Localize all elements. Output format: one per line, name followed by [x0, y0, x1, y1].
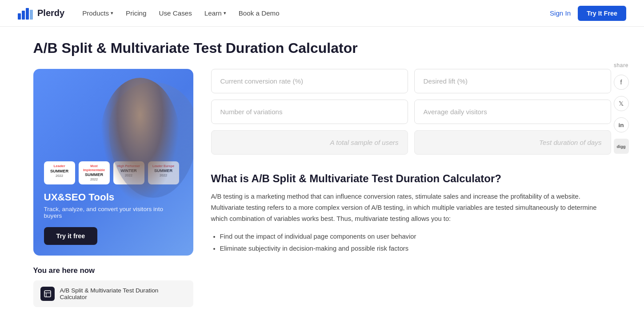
list-item: Eliminate subjectivity in decision-makin… [220, 243, 611, 254]
promo-try-free-button[interactable]: Try it free [44, 227, 98, 245]
promo-headline: UX&SEO Tools [44, 192, 183, 203]
list-item: Find out the impact of individual page c… [220, 231, 611, 242]
description-heading: What is A/B Split & Multivariate Test Du… [211, 172, 611, 185]
svg-rect-0 [18, 13, 21, 20]
desired-lift-input[interactable] [414, 69, 611, 93]
logo-icon [18, 7, 34, 20]
svg-rect-4 [44, 291, 51, 297]
share-sidebar: share f 𝕏 in digg [614, 62, 629, 154]
svg-rect-2 [26, 8, 29, 20]
total-sample-output: A total sample of users [211, 130, 408, 155]
description-paragraph: A/B testing is a marketing method that c… [211, 191, 611, 224]
logo-text: Plerdy [37, 8, 64, 18]
facebook-share-icon[interactable]: f [614, 75, 629, 90]
promo-subtext: Track, analyze, and convert your visitor… [44, 206, 183, 219]
nav-products[interactable]: Products ▾ [82, 9, 113, 17]
breadcrumb-icon [40, 287, 55, 301]
digg-share-icon[interactable]: digg [614, 139, 629, 154]
breadcrumb-label: A/B Split & Multivariate Test Duration C… [60, 287, 186, 300]
navbar: Plerdy Products ▾ Pricing Use Cases Lear… [0, 0, 644, 27]
num-variations-input[interactable] [211, 100, 408, 124]
nav-links: Products ▾ Pricing Use Cases Learn ▾ Boo… [82, 9, 550, 17]
svg-rect-3 [30, 10, 33, 20]
description-list: Find out the impact of individual page c… [211, 231, 611, 254]
nav-actions: Sign In Try It Free [550, 6, 626, 21]
description-section: What is A/B Split & Multivariate Test Du… [211, 172, 611, 254]
nav-use-cases[interactable]: Use Cases [159, 9, 192, 17]
calculator-icon [44, 290, 52, 298]
calculator-form: A total sample of users Test duration of… [211, 69, 611, 155]
test-duration-output: Test duration of days [414, 130, 611, 155]
person-silhouette [100, 78, 180, 202]
sign-in-link[interactable]: Sign In [550, 9, 571, 17]
promo-text: UX&SEO Tools Track, analyze, and convert… [44, 192, 183, 245]
share-label: share [614, 62, 628, 68]
page-title: A/B Split & Multivariate Test Duration C… [33, 40, 611, 56]
try-free-button[interactable]: Try It Free [578, 6, 626, 21]
badge-leader: Leader SUMMER 2022 [44, 161, 75, 184]
linkedin-share-icon[interactable]: in [614, 117, 629, 132]
nav-book-demo[interactable]: Book a Demo [239, 9, 280, 17]
chevron-down-icon: ▾ [111, 10, 113, 16]
you-are-here-section: You are here now A/B Split & Multivariat… [33, 266, 193, 307]
twitter-x-share-icon[interactable]: 𝕏 [614, 96, 629, 111]
svg-rect-1 [22, 11, 25, 20]
page-wrapper: A/B Split & Multivariate Test Duration C… [16, 27, 629, 320]
content-layout: Leader SUMMER 2022 Most Implementable SU… [33, 69, 611, 307]
chevron-down-icon: ▾ [224, 10, 226, 16]
left-panel: Leader SUMMER 2022 Most Implementable SU… [33, 69, 193, 307]
breadcrumb-item: A/B Split & Multivariate Test Duration C… [33, 280, 193, 307]
daily-visitors-input[interactable] [414, 100, 611, 124]
you-are-here-title: You are here now [33, 266, 193, 275]
nav-learn[interactable]: Learn ▾ [204, 9, 226, 17]
right-panel: A total sample of users Test duration of… [211, 69, 611, 307]
nav-pricing[interactable]: Pricing [126, 9, 146, 17]
conversion-rate-input[interactable] [211, 69, 408, 93]
promo-card: Leader SUMMER 2022 Most Implementable SU… [33, 69, 193, 256]
logo-link[interactable]: Plerdy [18, 7, 64, 20]
